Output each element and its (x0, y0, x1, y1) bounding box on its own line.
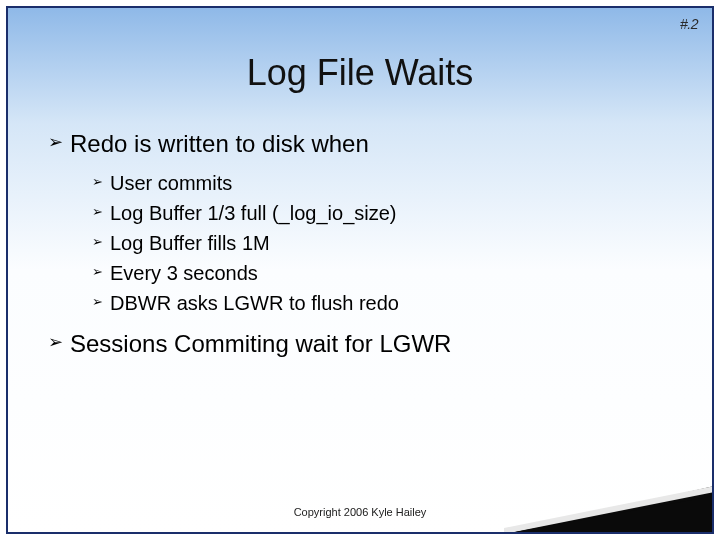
bullet-level2: User commits (92, 168, 682, 198)
slide-title: Log File Waits (8, 52, 712, 94)
bullet-level2: Every 3 seconds (92, 258, 682, 288)
corner-decoration (504, 486, 714, 534)
content-area: Redo is written to disk when User commit… (8, 128, 712, 361)
bullet-level2: Log Buffer fills 1M (92, 228, 682, 258)
sub-bullet-group: User commits Log Buffer 1/3 full (_log_i… (92, 168, 682, 318)
slide: #.2 Log File Waits Redo is written to di… (6, 6, 714, 534)
bullet-level2: DBWR asks LGWR to flush redo (92, 288, 682, 318)
page-number: #.2 (680, 16, 698, 32)
bullet-level2: Log Buffer 1/3 full (_log_io_size) (92, 198, 682, 228)
bullet-level1: Redo is written to disk when (48, 128, 682, 160)
bullet-level1: Sessions Commiting wait for LGWR (48, 328, 682, 360)
